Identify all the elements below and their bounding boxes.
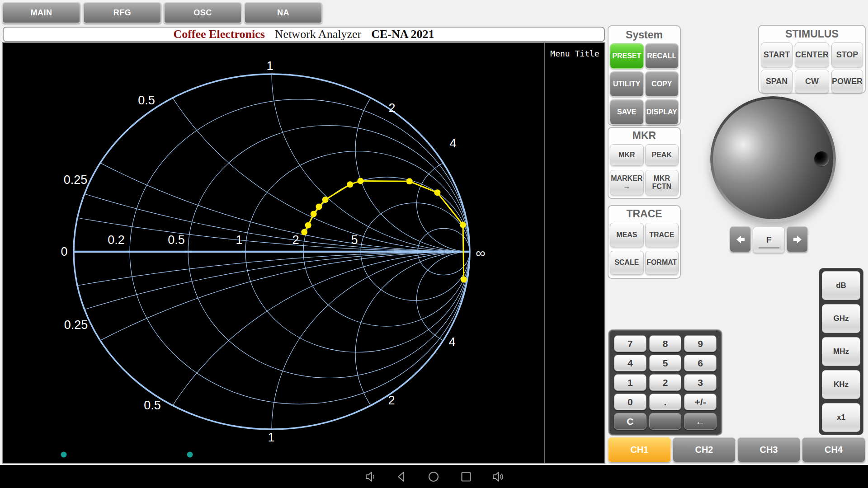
center-button[interactable]: CENTER <box>795 42 829 67</box>
scale-button[interactable]: SCALE <box>610 251 644 275</box>
trace-panel: TRACE MEASTRACESCALEFORMAT <box>608 205 681 279</box>
button-label-line: MKR <box>654 174 670 183</box>
svg-text:0.5: 0.5 <box>144 399 161 412</box>
smith-chart: 0.20.51250.250.51240.250.51240∞ <box>3 43 544 463</box>
unit-db-button[interactable]: dB <box>822 271 860 300</box>
key-clear[interactable]: C <box>614 413 646 430</box>
arrow-right-icon <box>792 235 803 244</box>
channel-ch3-button[interactable]: CH3 <box>737 437 800 462</box>
screen: { "tabs": [ {"label": "MAIN"}, {"label":… <box>0 0 868 488</box>
key-7[interactable]: 7 <box>614 335 646 352</box>
key-backspace[interactable]: ← <box>684 413 717 430</box>
save-button[interactable]: SAVE <box>610 99 644 125</box>
button-label-line: FCTN <box>652 183 671 191</box>
button-label-line: MARKER <box>611 174 642 183</box>
svg-text:1: 1 <box>236 233 242 247</box>
key-0[interactable]: 0 <box>614 394 646 410</box>
mkr-button[interactable]: MKR <box>610 144 644 166</box>
svg-text:0.2: 0.2 <box>108 233 125 247</box>
key-plus-minus[interactable]: +/- <box>684 394 717 410</box>
peak-button[interactable]: PEAK <box>645 144 679 166</box>
brand-name: Coffee Electronics <box>173 28 264 41</box>
volume-up-icon[interactable] <box>492 470 505 483</box>
svg-text:2: 2 <box>388 394 395 407</box>
svg-text:0.25: 0.25 <box>64 173 88 187</box>
android-nav-bar <box>0 465 868 488</box>
key-5[interactable]: 5 <box>649 355 682 371</box>
svg-text:0.5: 0.5 <box>168 233 185 247</box>
tab-osc[interactable]: OSC <box>164 2 242 23</box>
stimulus-panel: STIMULUS STARTCENTERSTOPSPANCWPOWER <box>758 25 866 94</box>
mkr-panel-title: MKR <box>609 128 680 142</box>
trace-panel-title: TRACE <box>609 206 680 220</box>
button-label-line: → <box>623 183 630 191</box>
key-8[interactable]: 8 <box>649 335 682 352</box>
f-key-label: F <box>766 235 772 245</box>
trace-button[interactable]: TRACE <box>645 223 679 247</box>
unit-ghz-button[interactable]: GHz <box>822 304 860 333</box>
f-key-button[interactable]: F <box>753 227 785 253</box>
cw-button[interactable]: CW <box>795 70 829 93</box>
menu-title: Menu Title <box>550 49 599 463</box>
unit-mhz-button[interactable]: MHz <box>822 337 860 366</box>
display-button[interactable]: DISPLAY <box>645 99 679 125</box>
arrow-left-icon <box>735 235 746 244</box>
soft-menu-panel: Menu Title <box>544 43 604 463</box>
svg-text:4: 4 <box>448 335 455 349</box>
svg-text:0.5: 0.5 <box>138 94 155 107</box>
recents-icon[interactable] <box>460 470 472 483</box>
stop-button[interactable]: STOP <box>831 42 863 67</box>
span-button[interactable]: SPAN <box>761 70 793 93</box>
numeric-keypad: 7894561230.+/-C← <box>608 329 722 436</box>
svg-text:2: 2 <box>292 233 299 247</box>
svg-text:4: 4 <box>449 136 456 150</box>
marker--button[interactable]: MARKER→ <box>610 170 644 195</box>
f-key-underline <box>759 247 779 249</box>
step-up-button[interactable] <box>787 226 808 252</box>
key-1[interactable]: 1 <box>614 374 646 391</box>
key-3[interactable]: 3 <box>684 374 717 391</box>
key-2[interactable]: 2 <box>649 374 682 391</box>
volume-down-icon[interactable] <box>364 470 377 483</box>
start-button[interactable]: START <box>761 42 793 67</box>
format-button[interactable]: FORMAT <box>645 251 679 275</box>
copy-button[interactable]: COPY <box>645 71 679 97</box>
preset-button[interactable]: PRESET <box>610 43 644 69</box>
unit-key-group: dBGHzMHzKHzx1 <box>819 268 863 435</box>
power-button[interactable]: POWER <box>831 70 863 93</box>
model-number: CE-NA 2021 <box>371 28 434 41</box>
utility-button[interactable]: UTILITY <box>610 71 644 97</box>
tab-main[interactable]: MAIN <box>2 2 80 23</box>
svg-text:0.25: 0.25 <box>64 318 88 332</box>
key-blank[interactable] <box>649 413 682 430</box>
tab-rfg[interactable]: RFG <box>83 2 161 23</box>
channel-ch2-button[interactable]: CH2 <box>673 437 736 462</box>
display-area: 0.20.51250.250.51240.250.51240∞ Menu Tit… <box>2 42 605 464</box>
channel-ch4-button[interactable]: CH4 <box>802 437 865 462</box>
svg-text:1: 1 <box>266 59 273 73</box>
svg-text:5: 5 <box>351 233 358 247</box>
meas-button[interactable]: MEAS <box>610 223 644 247</box>
mkr-fctn-button[interactable]: MKRFCTN <box>645 170 679 195</box>
step-down-button[interactable] <box>730 226 751 252</box>
svg-text:2: 2 <box>388 101 395 115</box>
unit-x1-button[interactable]: x1 <box>822 403 860 432</box>
svg-text:∞: ∞ <box>476 245 485 260</box>
knob-dimple <box>814 151 829 166</box>
mkr-panel: MKR MKRPEAKMARKER→MKRFCTN <box>608 127 681 199</box>
title-bar: Coffee Electronics Network Analyzer CE-N… <box>3 27 605 42</box>
unit-khz-button[interactable]: KHz <box>822 370 860 399</box>
tab-na[interactable]: NA <box>244 2 322 23</box>
key-4[interactable]: 4 <box>614 355 646 371</box>
home-icon[interactable] <box>427 470 440 483</box>
stimulus-panel-title: STIMULUS <box>759 26 865 40</box>
key-6[interactable]: 6 <box>684 355 717 371</box>
key-9[interactable]: 9 <box>684 335 717 352</box>
channel-ch1-button[interactable]: CH1 <box>608 437 671 462</box>
system-panel: System PRESETRECALLUTILITYCOPYSAVEDISPLA… <box>608 25 681 126</box>
key-dot[interactable]: . <box>649 394 682 410</box>
svg-text:1: 1 <box>268 431 274 444</box>
back-icon[interactable] <box>396 470 408 483</box>
recall-button[interactable]: RECALL <box>645 43 679 69</box>
product-name: Network Analyzer <box>275 28 361 41</box>
